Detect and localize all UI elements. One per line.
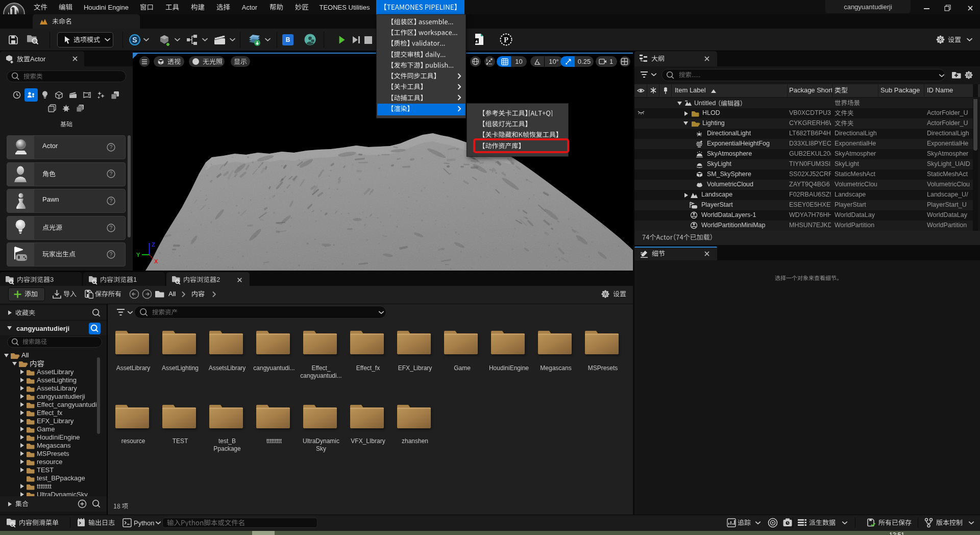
svg-text:Y: Y <box>136 252 140 258</box>
svg-text:?: ? <box>110 171 113 177</box>
svg-text:S: S <box>132 36 137 44</box>
svg-text:?: ? <box>110 251 113 257</box>
svg-text:?: ? <box>110 144 113 150</box>
svg-text:?: ? <box>110 225 113 231</box>
svg-text:?: ? <box>110 198 113 204</box>
svg-text:Z: Z <box>152 241 155 248</box>
svg-text:X: X <box>154 258 158 264</box>
svg-text:P: P <box>504 36 508 44</box>
